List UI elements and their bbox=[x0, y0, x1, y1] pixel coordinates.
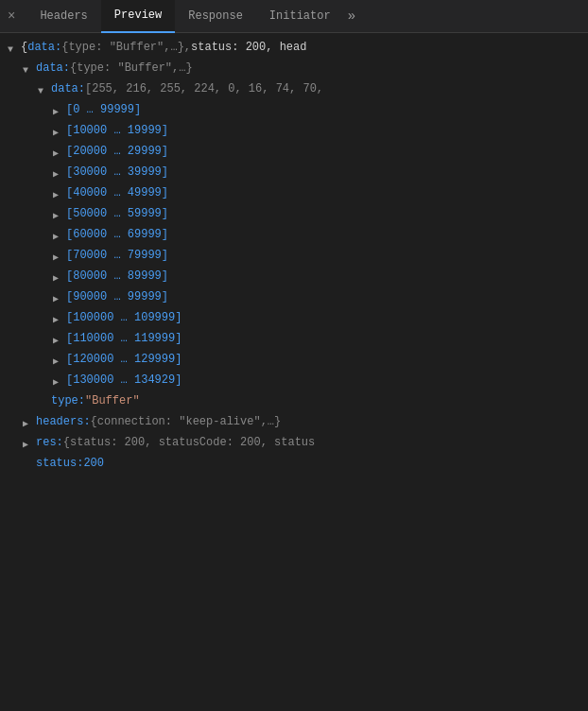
res-key: res: bbox=[36, 434, 63, 451]
type-value: "Buffer" bbox=[85, 392, 140, 409]
range-item-7: [70000 … 79999] bbox=[0, 245, 588, 266]
range-12-toggle[interactable] bbox=[53, 354, 64, 365]
data-inner-node: data: [255, 216, 255, 224, 0, 16, 74, 70… bbox=[0, 78, 588, 99]
root-toggle[interactable] bbox=[8, 42, 19, 53]
status-node: status: 200 bbox=[0, 453, 588, 474]
headers-key: headers: bbox=[36, 413, 91, 430]
res-toggle[interactable] bbox=[23, 437, 34, 448]
tab-bar: × Headers Preview Response Initiator » bbox=[0, 0, 588, 33]
headers-toggle[interactable] bbox=[23, 416, 34, 427]
range-3-toggle[interactable] bbox=[53, 166, 64, 178]
tab-initiator[interactable]: Initiator bbox=[256, 0, 344, 33]
range-item-11: [110000 … 119999] bbox=[0, 328, 588, 349]
range-item-0: [0 … 99999] bbox=[0, 99, 588, 120]
type-node: type: "Buffer" bbox=[0, 390, 588, 411]
range-11-toggle[interactable] bbox=[53, 333, 64, 344]
range-0-toggle[interactable] bbox=[53, 104, 64, 115]
data-key: data: bbox=[36, 60, 70, 77]
range-13-toggle[interactable] bbox=[53, 374, 64, 386]
range-4-toggle[interactable] bbox=[53, 187, 64, 199]
range-item-6: [60000 … 69999] bbox=[0, 224, 588, 245]
range-item-12: [120000 … 129999] bbox=[0, 349, 588, 370]
tab-response[interactable]: Response bbox=[175, 0, 256, 33]
res-node: res: {status: 200, statusCode: 200, stat… bbox=[0, 432, 588, 453]
status-value: 200 bbox=[83, 455, 104, 472]
range-item-4: [40000 … 49999] bbox=[0, 182, 588, 203]
range-item-3: [30000 … 39999] bbox=[0, 162, 588, 182]
tab-overflow-icon[interactable]: » bbox=[348, 9, 355, 24]
range-item-13: [130000 … 134929] bbox=[0, 370, 588, 390]
range-5-toggle[interactable] bbox=[53, 208, 64, 219]
range-item-10: [100000 … 109999] bbox=[0, 307, 588, 328]
range-item-8: [80000 … 89999] bbox=[0, 266, 588, 286]
root-node: { data: {type: "Buffer",…}, status: 200,… bbox=[0, 37, 588, 58]
range-item-1: [10000 … 19999] bbox=[0, 120, 588, 141]
data-inner-key: data: bbox=[51, 80, 85, 97]
tab-preview[interactable]: Preview bbox=[101, 0, 175, 33]
range-6-toggle[interactable] bbox=[53, 229, 64, 240]
data-inner-toggle[interactable] bbox=[38, 83, 49, 95]
range-10-toggle[interactable] bbox=[53, 312, 64, 323]
range-2-toggle[interactable] bbox=[53, 146, 64, 157]
data-toggle[interactable] bbox=[23, 62, 34, 74]
range-item-9: [90000 … 99999] bbox=[0, 286, 588, 307]
range-item-2: [20000 … 29999] bbox=[0, 141, 588, 162]
data-node: data: {type: "Buffer",…} bbox=[0, 58, 588, 78]
range-1-toggle[interactable] bbox=[53, 125, 64, 136]
status-key: status: bbox=[36, 455, 83, 472]
preview-content: { data: {type: "Buffer",…}, status: 200,… bbox=[0, 33, 588, 711]
type-key: type: bbox=[51, 392, 85, 409]
range-8-toggle[interactable] bbox=[53, 270, 64, 282]
tab-headers[interactable]: Headers bbox=[26, 0, 100, 33]
range-7-toggle[interactable] bbox=[53, 250, 64, 261]
close-icon[interactable]: × bbox=[8, 9, 15, 24]
range-item-5: [50000 … 59999] bbox=[0, 203, 588, 224]
root-key: data: bbox=[27, 39, 61, 56]
headers-node: headers: {connection: "keep-alive",…} bbox=[0, 411, 588, 432]
range-9-toggle[interactable] bbox=[53, 291, 64, 303]
